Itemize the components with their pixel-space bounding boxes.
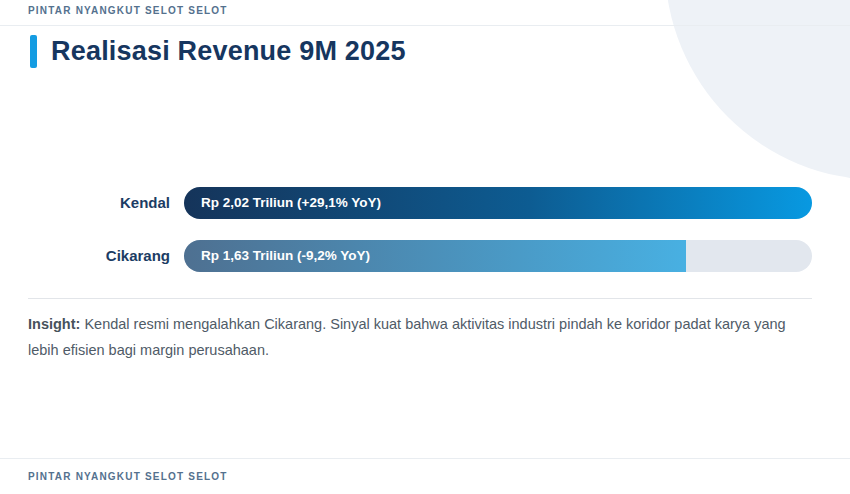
insight-text-line1: Kendal resmi mengalahkan Cikarang. Sinya… bbox=[84, 316, 785, 332]
bar-fill-kendal: Rp 2,02 Triliun (+29,1% YoY) bbox=[184, 187, 812, 219]
bar-row-cikarang: Cikarang Rp 1,63 Triliun (-9,2% YoY) bbox=[0, 240, 850, 272]
bar-value-cikarang: Rp 1,63 Triliun (-9,2% YoY) bbox=[184, 240, 686, 272]
title-accent-bar bbox=[30, 35, 37, 68]
brand-footer-text: PINTAR NYANGKUT SELOT SELOT bbox=[28, 471, 228, 482]
insight-paragraph: Insight: Kendal resmi mengalahkan Cikara… bbox=[28, 311, 820, 363]
bar-label-kendal: Kendal bbox=[0, 187, 170, 219]
bar-track-cikarang: Rp 1,63 Triliun (-9,2% YoY) bbox=[184, 240, 812, 272]
bar-label-cikarang: Cikarang bbox=[0, 240, 170, 272]
bar-value-kendal: Rp 2,02 Triliun (+29,1% YoY) bbox=[184, 187, 812, 219]
insight-label: Insight: bbox=[28, 316, 80, 332]
bar-row-kendal: Kendal Rp 2,02 Triliun (+29,1% YoY) bbox=[0, 187, 850, 219]
bar-track-kendal: Rp 2,02 Triliun (+29,1% YoY) bbox=[184, 187, 812, 219]
title-block: Realisasi Revenue 9M 2025 bbox=[30, 35, 406, 68]
footer-divider bbox=[0, 458, 850, 459]
page-title: Realisasi Revenue 9M 2025 bbox=[51, 36, 406, 67]
insight-text-line2: lebih efisien bagi margin perusahaan. bbox=[28, 342, 269, 358]
brand-header-text: PINTAR NYANGKUT SELOT SELOT bbox=[28, 5, 228, 16]
decorative-circle bbox=[665, 0, 850, 180]
header-divider bbox=[0, 25, 850, 26]
insight-divider bbox=[28, 298, 812, 299]
bar-fill-cikarang: Rp 1,63 Triliun (-9,2% YoY) bbox=[184, 240, 686, 272]
